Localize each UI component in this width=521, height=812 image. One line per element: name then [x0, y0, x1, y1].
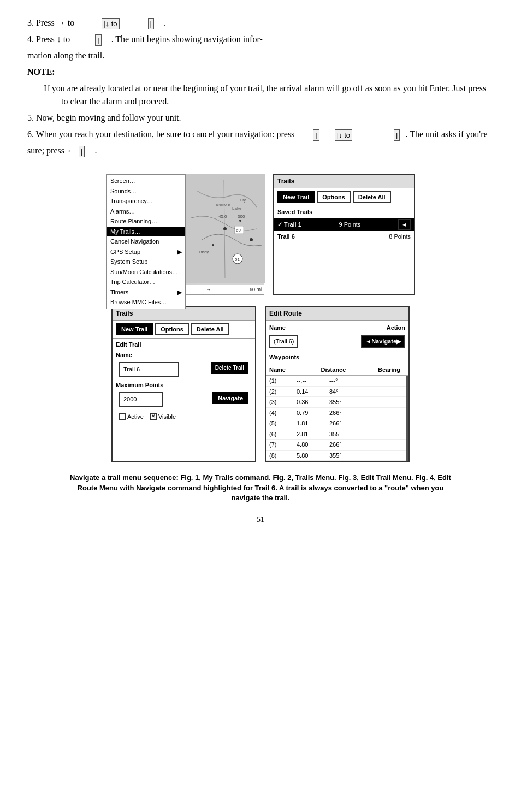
step6-key1: | [313, 129, 319, 141]
fig3-visible-cb-box: ✕ [150, 413, 157, 420]
wp4-dist: 0.79 [297, 408, 329, 418]
fig4-name-header: Name [269, 323, 286, 333]
wp6-bearing: 355° [329, 430, 357, 439]
wp-row-6[interactable]: (6) 2.81 355° [266, 429, 406, 440]
step6-key3: | [394, 129, 400, 141]
menu-cancel-nav[interactable]: Cancel Navigation [107, 236, 185, 247]
wp5-name: (5) [269, 419, 297, 428]
wp6-dist: 2.81 [297, 430, 329, 439]
fig2-options-btn[interactable]: Options [317, 191, 351, 203]
menu-browse-mmc[interactable]: Browse MMC Files… [107, 297, 185, 307]
step3-number: 3. Press → to [27, 18, 74, 27]
wp7-name: (7) [269, 440, 297, 449]
fig3-name-label: Name [116, 351, 252, 360]
svg-point-4 [250, 238, 253, 241]
wp2-bearing: 84° [329, 387, 357, 396]
step6-key2: |↓ to [335, 129, 352, 141]
menu-sun-moon[interactable]: Sun/Moon Calculations… [107, 267, 185, 277]
svg-text:Fry: Fry [240, 198, 246, 203]
menu-system-setup[interactable]: System Setup [107, 257, 185, 267]
menu-my-trails[interactable]: My Trails… [107, 227, 185, 237]
wp6-name: (6) [269, 430, 297, 439]
fig2-trail1-points: 9 Points [339, 220, 361, 229]
fig1-map-menu: Screen… Sounds… Transparency… Alarms… Ro… [106, 174, 264, 295]
wp4-bearing: 266° [329, 408, 357, 418]
fig4-action-select[interactable]: ◄ Navigate ▶ [361, 335, 405, 348]
step6-line2: sure; press ← | . [27, 144, 494, 157]
menu-sounds[interactable]: Sounds… [107, 186, 185, 197]
fig3-edit-trail-section: Edit Trail Name Trail 6 Delete Trail Max… [113, 339, 255, 424]
fig2-trail6-points: 8 Points [389, 232, 411, 241]
menu-trip-calc[interactable]: Trip Calculator… [107, 277, 185, 287]
fig2-trail6-row[interactable]: Trail 6 8 Points [274, 231, 414, 242]
wp5-dist: 1.81 [297, 419, 329, 428]
menu-gps-setup[interactable]: GPS Setup ▶ [107, 247, 185, 257]
wp8-bearing: 355° [329, 451, 357, 460]
fig3-max-points-row: 2000 Navigate [116, 390, 252, 411]
fig4-trail-action-row: (Trail 6) ◄ Navigate ▶ [269, 334, 405, 349]
fig3-delete-trail-btn[interactable]: Delete Trail [211, 362, 248, 374]
fig4-title: Edit Route [266, 307, 408, 321]
fig4-waypoints-label: Waypoints [266, 351, 408, 364]
menu-route-planning[interactable]: Route Planning… [107, 216, 185, 227]
wp1-dist: --,-- [297, 376, 329, 386]
page-number: 51 [27, 514, 494, 525]
figure-caption: Navigate a trail menu sequence: Fig. 1, … [69, 473, 452, 503]
wp-row-7[interactable]: (7) 4.80 266° [266, 440, 406, 451]
fig4-waypoints-list: (1) --,-- ---° (2) 0.14 84° (3) 0.36 355… [266, 376, 408, 461]
figures-row-2: Trails New Trail Options Delete All Edit… [27, 306, 494, 462]
fig2-saved-trails-label: Saved Trails [274, 206, 414, 218]
fig2-trail1-row[interactable]: ✓ Trail 1 9 Points ◄ [274, 218, 414, 232]
step3: 3. Press → to |↓ to | . [27, 16, 494, 29]
menu-screen[interactable]: Screen… [107, 176, 185, 186]
wp-row-3[interactable]: (3) 0.36 355° [266, 397, 406, 408]
step4-key1: | [95, 34, 101, 46]
step3-key1: |↓ to [102, 18, 119, 30]
fig3-visible-checkbox[interactable]: ✕ Visible [150, 412, 176, 422]
fig3-visible-label: Visible [158, 412, 176, 422]
svg-text:45.0: 45.0 [218, 214, 227, 219]
fig4-action-value: Navigate [371, 337, 396, 346]
fig3-active-checkbox[interactable]: Active [119, 412, 144, 422]
fig2-new-trail-btn[interactable]: New Trail [277, 191, 315, 203]
fig3-delete-all-btn[interactable]: Delete All [191, 323, 229, 335]
wp2-name: (2) [269, 387, 297, 396]
fig3-max-points-field[interactable]: 2000 [119, 392, 163, 407]
fig3-edit-trail: Trails New Trail Options Delete All Edit… [111, 306, 256, 462]
fig2-trail1-arrow[interactable]: ◄ [398, 219, 411, 230]
fig4-trail-name[interactable]: (Trail 6) [269, 335, 298, 348]
fig4-action-header: Action [387, 323, 405, 333]
figures-row-1: Screen… Sounds… Transparency… Alarms… Ro… [27, 174, 494, 295]
wp4-name: (4) [269, 408, 297, 418]
fig3-new-trail-btn[interactable]: New Trail [116, 323, 153, 335]
fig2-trail6-name: Trail 6 [277, 232, 295, 241]
fig4-col-distance: Distance [321, 365, 354, 375]
wp-row-8[interactable]: (8) 5.80 355° [266, 451, 406, 461]
menu-alarms[interactable]: Alarms… [107, 206, 185, 217]
fig4-action-left-arrow: ◄ [365, 337, 371, 346]
fig3-options-btn[interactable]: Options [155, 323, 189, 335]
wp7-bearing: 266° [329, 440, 357, 449]
svg-point-2 [239, 220, 241, 222]
wp-row-5[interactable]: (5) 1.81 266° [266, 418, 406, 429]
wp-row-4[interactable]: (4) 0.79 266° [266, 408, 406, 419]
svg-text:69: 69 [236, 228, 241, 233]
fig3-navigate-btn[interactable]: Navigate [212, 392, 248, 404]
fig2-delete-all-btn[interactable]: Delete All [353, 191, 391, 203]
fig4-col-bearing: Bearing [378, 365, 405, 375]
svg-text:300: 300 [238, 214, 245, 219]
fig3-active-cb-box [119, 413, 126, 420]
fig3-name-field[interactable]: Trail 6 [119, 362, 179, 377]
wp3-dist: 0.36 [297, 398, 329, 407]
menu-transparency[interactable]: Transparency… [107, 196, 185, 206]
svg-text:aremore: aremore [216, 203, 230, 206]
wp-row-1[interactable]: (1) --,-- ---° [266, 376, 406, 387]
step3-key2: | [148, 18, 154, 30]
fig3-name-row: Trail 6 Delete Trail [116, 360, 252, 381]
fig3-active-label: Active [127, 412, 144, 422]
menu-timers[interactable]: Timers ▶ [107, 287, 185, 298]
wp-row-2[interactable]: (2) 0.14 84° [266, 387, 406, 398]
step4: 4. Press ↓ to | . The unit begins showin… [27, 33, 494, 46]
fig3-title: Trails [113, 307, 255, 321]
fig4-column-headers: Name Distance Bearing [266, 364, 408, 376]
